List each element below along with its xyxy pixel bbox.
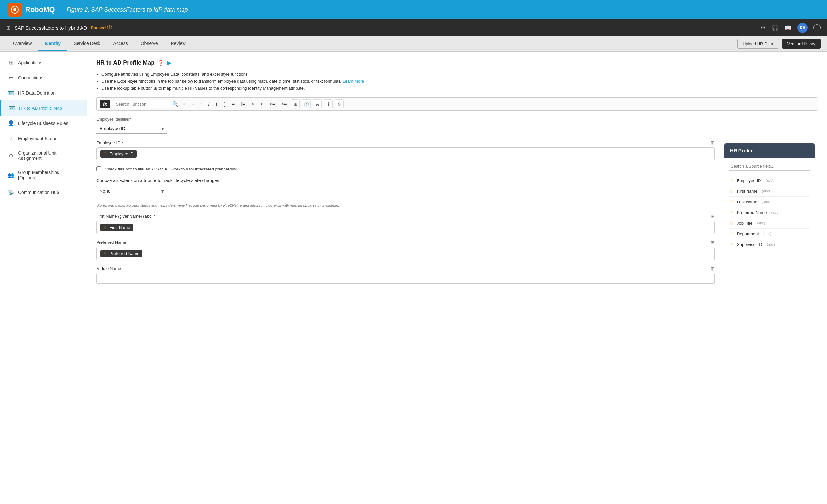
brand-logo: RoboMQ bbox=[8, 3, 55, 17]
play-icon[interactable]: ▶ bbox=[167, 60, 171, 66]
search-function-input[interactable] bbox=[112, 100, 170, 108]
tab-overview[interactable]: Overview bbox=[6, 37, 38, 51]
field-preferred-name-input[interactable]: ♡ Preferred Name bbox=[96, 247, 715, 260]
hr-field-name-2: Last Name bbox=[737, 200, 757, 204]
version-history-button[interactable]: Version History bbox=[782, 39, 821, 49]
info-icon[interactable]: i bbox=[814, 24, 821, 31]
group-memberships-icon: 👥 bbox=[8, 172, 14, 178]
op-close-paren[interactable]: ) bbox=[222, 100, 228, 107]
info-fn-icon[interactable]: ℹ bbox=[324, 99, 333, 108]
function-toolbar: fx 🔍 + - * / ( ) = != > < <= >= ⊞ 🕐 A ℹ … bbox=[96, 97, 818, 111]
field-employee-id-input[interactable]: ♡ Employee ID bbox=[96, 147, 715, 160]
headset-icon[interactable]: 🎧 bbox=[771, 24, 779, 31]
text-icon[interactable]: A bbox=[313, 99, 322, 108]
avatar[interactable]: DE bbox=[797, 22, 808, 33]
sidebar-item-organizational-unit[interactable]: ⚙ Organizational Unit Assignment bbox=[0, 146, 87, 165]
employee-id-tag[interactable]: ♡ Employee ID bbox=[100, 150, 137, 158]
op-less[interactable]: < bbox=[258, 100, 265, 107]
hr-field-type-6: (abc) bbox=[767, 243, 775, 246]
hr-field-job-title[interactable]: ♡ Job Title (abc) bbox=[729, 218, 810, 229]
preferred-name-tag[interactable]: ♡ Preferred Name bbox=[100, 250, 142, 257]
field-middle-name-table-icon[interactable]: ⊞ bbox=[711, 266, 715, 271]
connections-icon: ⇌ bbox=[8, 74, 14, 81]
upload-hr-data-button[interactable]: Upload HR Data bbox=[737, 39, 779, 49]
op-greater-equals[interactable]: >= bbox=[279, 100, 289, 107]
sidebar-item-group-memberships[interactable]: 👥 Group Memberships [Optional] bbox=[0, 165, 87, 185]
op-equals[interactable]: = bbox=[230, 100, 237, 107]
hr-field-last-name[interactable]: ♡ Last Name (abc) bbox=[729, 197, 810, 207]
instruction-2: Use the Excel-style functions in the too… bbox=[101, 78, 818, 85]
field-preferred-name-label: Preferred Name bbox=[96, 240, 126, 245]
tab-review[interactable]: Review bbox=[164, 37, 192, 51]
status-badge: Paused i bbox=[91, 25, 112, 30]
tab-access[interactable]: Access bbox=[107, 37, 134, 51]
op-greater[interactable]: > bbox=[249, 100, 256, 107]
sidebar-item-applications[interactable]: ⊞ Applications bbox=[0, 55, 87, 70]
learn-more-link[interactable]: Learn more bbox=[342, 79, 364, 84]
field-employee-id-label: Employee ID * bbox=[96, 141, 123, 145]
op-plus[interactable]: + bbox=[181, 100, 188, 107]
hr-field-name-4: Job Title bbox=[737, 221, 752, 226]
system-title: SAP Successfactors to Hybrid AD bbox=[14, 25, 87, 31]
hr-field-preferred-name[interactable]: ♡ Preferred Name (abc) bbox=[729, 207, 810, 218]
clock-icon[interactable]: 🕐 bbox=[302, 99, 311, 108]
settings-icon[interactable]: ⚙ bbox=[761, 24, 766, 31]
field-first-name-input[interactable]: ♡ First Name bbox=[96, 221, 715, 234]
sidebar-item-communication-hub[interactable]: 📡 Communication Hub bbox=[0, 185, 87, 200]
field-middle-name-header: Middle Name ⊞ bbox=[96, 266, 715, 271]
help-icon[interactable]: ❓ bbox=[158, 60, 164, 66]
preboarding-checkbox[interactable] bbox=[96, 166, 101, 171]
preferred-name-heart-icon: ♡ bbox=[104, 251, 108, 256]
grid-icon: ⊞ bbox=[6, 25, 11, 31]
op-open-paren[interactable]: ( bbox=[214, 100, 220, 107]
field-first-name-table-icon[interactable]: ⊞ bbox=[711, 214, 715, 219]
field-preferred-name-table-icon[interactable]: ⊞ bbox=[711, 240, 715, 245]
field-middle-name: Middle Name ⊞ bbox=[96, 266, 715, 284]
table-icon[interactable]: ⊞ bbox=[291, 99, 300, 108]
op-less-equals[interactable]: <= bbox=[267, 100, 277, 107]
hr-field-supervisor-id[interactable]: ♡ Supervisor ID (abc) bbox=[729, 239, 810, 250]
field-middle-name-input[interactable] bbox=[96, 273, 715, 284]
field-middle-name-label: Middle Name bbox=[96, 266, 121, 271]
page-title: HR to AD Profile Map bbox=[96, 59, 154, 66]
sidebar-item-hr-data-definition[interactable]: 🪪 HR Data Definition bbox=[0, 85, 87, 100]
hr-field-type-4: (abc) bbox=[757, 221, 765, 225]
svg-point-1 bbox=[13, 8, 16, 11]
hr-field-name-0: Employee ID bbox=[737, 178, 761, 183]
system-header-right: ⚙ 🎧 📖 DE i bbox=[761, 22, 821, 33]
paused-info-icon[interactable]: i bbox=[107, 25, 112, 30]
sidebar-item-connections[interactable]: ⇌ Connections bbox=[0, 70, 87, 85]
hr-field-employee-id[interactable]: ♡ Employee ID (abc) bbox=[729, 175, 810, 186]
hr-profile-search[interactable] bbox=[729, 162, 810, 171]
field-first-name: First Name (givenName) (abc) * ⊞ ♡ First… bbox=[96, 214, 715, 234]
sidebar-item-employment-status[interactable]: ✓ Employment Status bbox=[0, 131, 87, 146]
communication-hub-icon: 📡 bbox=[8, 189, 14, 195]
first-name-tag[interactable]: ♡ First Name bbox=[100, 224, 134, 231]
sidebar-item-lifecycle-business-rules[interactable]: 👤 Lifecycle Business Rules bbox=[0, 115, 87, 131]
tab-service-desk[interactable]: Service Desk bbox=[67, 37, 107, 51]
tab-observe[interactable]: Observe bbox=[134, 37, 164, 51]
book-icon[interactable]: 📖 bbox=[784, 24, 791, 31]
op-multiply[interactable]: * bbox=[198, 100, 204, 107]
tab-identity[interactable]: Identity bbox=[38, 37, 67, 51]
heart-icon: ♡ bbox=[104, 151, 108, 156]
extension-select[interactable]: None bbox=[96, 186, 167, 196]
hr-heart-icon-1: ♡ bbox=[729, 189, 734, 194]
nav-tabs-right: Upload HR Data Version History bbox=[737, 39, 821, 49]
employment-status-icon: ✓ bbox=[8, 135, 14, 141]
hr-heart-icon-6: ♡ bbox=[729, 242, 734, 247]
op-minus[interactable]: - bbox=[190, 100, 196, 107]
employee-identifier-select-wrap: Employee ID ▼ bbox=[96, 124, 167, 134]
field-table-icon[interactable]: ⊞ bbox=[711, 140, 715, 145]
op-not-equals[interactable]: != bbox=[239, 100, 247, 107]
instructions: Configure attributes using Employee Data… bbox=[96, 71, 818, 92]
lifecycle-icon: 👤 bbox=[8, 120, 14, 126]
hr-field-department[interactable]: ♡ Department (abc) bbox=[729, 229, 810, 239]
employee-identifier-select[interactable]: Employee ID bbox=[96, 124, 167, 134]
search-icon[interactable]: 🔍 bbox=[172, 101, 179, 107]
hr-field-type-0: (abc) bbox=[765, 179, 773, 183]
op-divide[interactable]: / bbox=[206, 100, 212, 107]
sidebar-item-hr-to-ad-profile-map[interactable]: 🪪 HR to AD Profile Map bbox=[0, 100, 87, 115]
hr-field-first-name[interactable]: ♡ First Name (abc) bbox=[729, 186, 810, 197]
settings-fn-icon[interactable]: ⚙ bbox=[335, 99, 344, 108]
